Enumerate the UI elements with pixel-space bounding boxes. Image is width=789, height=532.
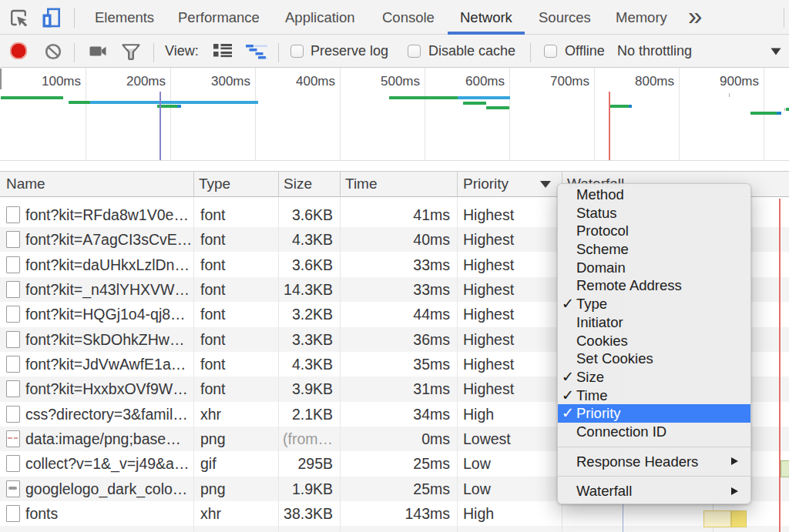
tab-sources[interactable]: Sources	[526, 0, 603, 35]
menu-item-protocol[interactable]: Protocol	[558, 222, 750, 240]
menu-item-waterfall[interactable]: Waterfall	[558, 482, 750, 500]
cell-priority: High	[463, 501, 556, 526]
tab-memory[interactable]: Memory	[603, 0, 680, 35]
cell-priority: Highest	[463, 253, 556, 277]
cell-time: 33ms	[342, 277, 450, 302]
cell-priority: Highest	[463, 376, 556, 401]
menu-item-scheme[interactable]: Scheme	[558, 240, 750, 259]
overview-request-bar	[777, 112, 781, 115]
tab-elements[interactable]: Elements	[82, 0, 166, 35]
ruler-tick-label: 300ms	[211, 74, 250, 89]
cell-priority: High	[463, 402, 556, 427]
cell-time: 25ms	[342, 451, 450, 476]
more-tabs-button[interactable]: »	[688, 0, 702, 35]
waterfall-bar-collect	[781, 460, 789, 477]
menu-separator	[558, 447, 750, 447]
tab-application[interactable]: Application	[273, 0, 368, 35]
cell-type: xhr	[200, 501, 274, 526]
cell-size: 38.3KB	[279, 501, 333, 526]
ruler-gridline	[509, 68, 510, 160]
document-icon	[6, 505, 20, 522]
column-header-time[interactable]: Time	[345, 172, 378, 196]
cell-size: 295B	[279, 451, 333, 476]
cell-time: 25ms	[342, 477, 450, 501]
cell-size: 2.1KB	[279, 402, 333, 427]
ruler-tick-label: 400ms	[296, 74, 335, 89]
disable-cache-label[interactable]: Disable cache	[428, 35, 515, 67]
submenu-arrow-icon	[731, 457, 738, 465]
column-header-type[interactable]: Type	[199, 172, 230, 196]
ruler-gridline	[425, 68, 425, 160]
menu-item-initiator[interactable]: Initiator	[558, 313, 750, 332]
overview-request-bar	[609, 105, 629, 108]
cell-name: googlelogo_dark_colo…	[25, 477, 191, 501]
tab-performance[interactable]: Performance	[166, 0, 272, 35]
menu-item-status[interactable]: Status	[558, 204, 750, 223]
document-icon	[6, 406, 20, 423]
network-overview-pane[interactable]: 100ms200ms300ms400ms500ms600ms700ms800ms…	[0, 68, 789, 161]
menu-item-response-headers[interactable]: Response Headers	[558, 453, 750, 471]
preserve-log-label[interactable]: Preserve log	[311, 35, 388, 67]
ruler-tick-label: 200ms	[126, 74, 166, 89]
column-divider[interactable]	[278, 172, 279, 197]
devtools-tab-bar: ElementsPerformanceApplicationConsoleNet…	[0, 0, 789, 35]
menu-item-time[interactable]: ✓Time	[558, 386, 750, 405]
menu-item-size[interactable]: ✓Size	[558, 368, 750, 386]
cell-size: 3.3KB	[279, 327, 333, 352]
preserve-log-checkbox[interactable]	[290, 45, 304, 58]
header-context-menu: MethodStatusProtocolSchemeDomainRemote A…	[557, 183, 751, 504]
tab-console[interactable]: Console	[370, 0, 447, 35]
menu-item-domain[interactable]: Domain	[558, 259, 750, 277]
ruler-tick-label: 800ms	[635, 74, 674, 89]
request-row-partial	[0, 526, 789, 532]
cell-name: font?kit=RFda8w1V0e…	[25, 202, 191, 227]
offline-checkbox[interactable]	[544, 45, 557, 58]
column-divider[interactable]	[457, 172, 458, 197]
document-icon	[6, 331, 20, 348]
overview-request-bar	[729, 93, 730, 97]
waterfall-load-line	[779, 199, 781, 532]
menu-item-method[interactable]: Method	[558, 186, 750, 204]
ruler-tick-label: 600ms	[465, 74, 505, 89]
menu-item-cookies[interactable]: Cookies	[558, 332, 750, 350]
cell-time: 0ms	[342, 427, 450, 451]
cell-type: font	[200, 352, 274, 376]
offline-label[interactable]: Offline	[565, 35, 605, 67]
column-header-name[interactable]: Name	[6, 172, 45, 196]
toolbar-separator	[278, 43, 279, 62]
menu-item-connection-id[interactable]: Connection ID	[558, 423, 750, 441]
cell-size: 14.3KB	[279, 277, 333, 302]
ruler-gridline	[594, 68, 595, 160]
cell-priority: Low	[463, 477, 556, 501]
menu-item-priority[interactable]: ✓Priority	[558, 404, 750, 423]
cell-time: 143ms	[342, 501, 450, 526]
menu-item-set-cookies[interactable]: Set Cookies	[558, 350, 750, 368]
cell-priority: Highest	[463, 227, 556, 252]
cell-priority: Low	[463, 451, 556, 476]
column-divider[interactable]	[340, 172, 341, 197]
menu-item-remote-address[interactable]: Remote Address	[558, 276, 750, 295]
document-icon	[6, 455, 20, 472]
cell-size: (from…	[279, 427, 333, 451]
image-pink-icon	[6, 430, 20, 447]
overview-request-bar	[486, 106, 509, 109]
overview-request-bar	[90, 101, 258, 104]
cell-size: 3.6KB	[279, 202, 333, 227]
disable-cache-checkbox[interactable]	[408, 45, 421, 58]
toolbar-separator	[74, 8, 75, 28]
cell-type: gif	[200, 451, 274, 476]
column-header-size[interactable]: Size	[284, 172, 312, 196]
menu-item-type[interactable]: ✓Type	[558, 295, 750, 313]
column-header-priority[interactable]: Priority	[463, 172, 509, 196]
tab-network[interactable]: Network	[448, 0, 525, 35]
cell-size: 4.3KB	[279, 352, 333, 376]
cell-name: font?kit=SkDOhkZHw…	[25, 327, 191, 352]
request-row[interactable]: fontsxhr38.3KB143msHigh	[0, 501, 789, 526]
overview-request-bar	[786, 108, 789, 111]
throttling-select[interactable]: No throttling	[617, 35, 692, 67]
overview-left-grip[interactable]	[0, 69, 2, 89]
column-divider[interactable]	[193, 172, 194, 197]
ruler-tick-label: 700ms	[550, 74, 589, 89]
ruler-gridline	[86, 68, 86, 160]
cell-priority: Lowest	[463, 427, 556, 451]
